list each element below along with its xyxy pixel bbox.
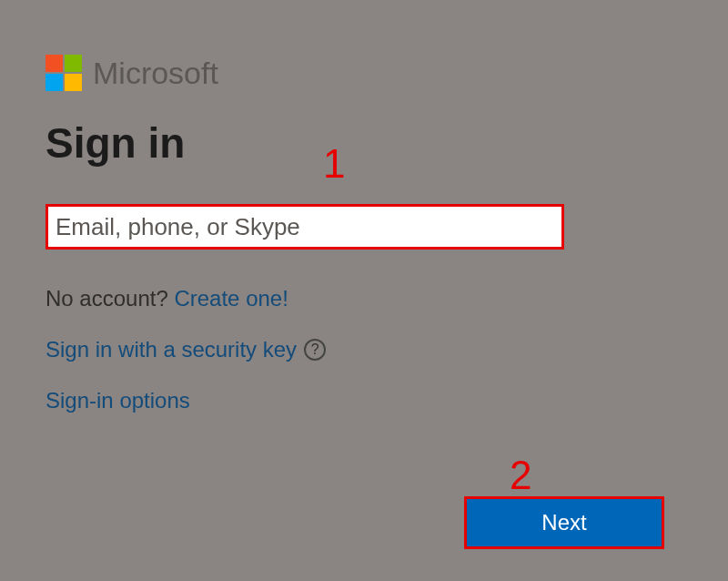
page-title: Sign in <box>46 118 682 168</box>
annotation-1: 1 <box>323 141 345 187</box>
annotation-2: 2 <box>510 453 531 498</box>
no-account-row: No account? Create one! <box>46 286 682 311</box>
microsoft-logo-icon <box>46 55 82 91</box>
signin-options-row: Sign-in options <box>46 388 682 413</box>
create-account-link[interactable]: Create one! <box>174 286 288 311</box>
security-key-link[interactable]: Sign in with a security key <box>46 337 297 362</box>
signin-card: Microsoft Sign in No account? Create one… <box>0 0 728 413</box>
security-key-row: Sign in with a security key ? <box>46 337 682 362</box>
next-button[interactable]: Next <box>464 496 664 549</box>
login-input-wrap <box>46 204 682 250</box>
brand-name: Microsoft <box>93 56 218 91</box>
no-account-text: No account? <box>46 286 174 311</box>
signin-options-link[interactable]: Sign-in options <box>46 388 190 413</box>
login-input[interactable] <box>46 204 564 250</box>
help-icon[interactable]: ? <box>304 339 326 361</box>
brand-row: Microsoft <box>46 55 682 91</box>
